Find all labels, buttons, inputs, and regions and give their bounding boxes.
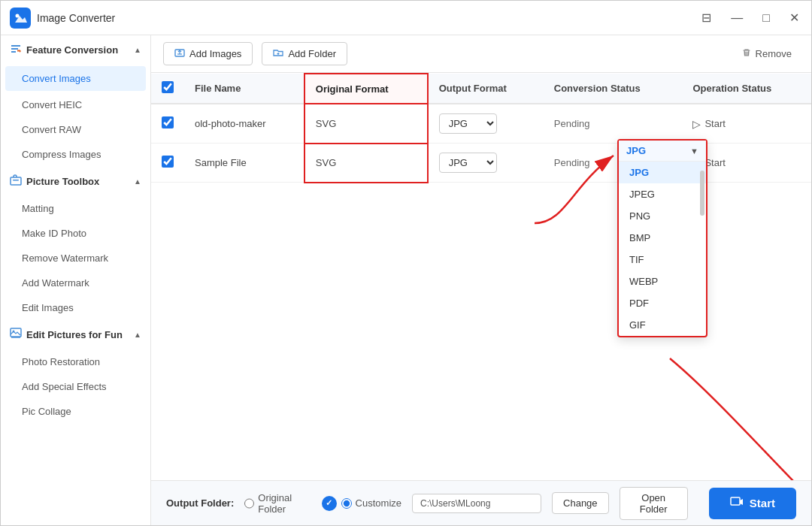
svg-rect-8 xyxy=(731,497,740,505)
dropdown-option-png[interactable]: PNG xyxy=(619,205,706,227)
dropdown-chevron-icon: ▼ xyxy=(690,147,698,156)
bottom-bar: Output Folder: Original Folder ✓ Customi… xyxy=(151,480,811,525)
sidebar-item-convert-heic[interactable]: Convert HEIC xyxy=(1,92,150,117)
original-folder-radio-label[interactable]: Original Folder xyxy=(244,492,311,515)
start-btn-icon xyxy=(730,495,744,512)
row-1-conversion-status: Pending xyxy=(544,104,683,144)
header-operation-status: Operation Status xyxy=(682,74,811,104)
row-2-original-format: SVG xyxy=(304,144,428,183)
header-file-name: File Name xyxy=(184,74,304,104)
sidebar-item-convert-images[interactable]: Convert Images xyxy=(5,66,146,91)
sidebar-item-add-special-effects[interactable]: Add Special Effects xyxy=(1,374,150,399)
row-1-original-format: SVG xyxy=(304,104,428,144)
dropdown-scrollbar xyxy=(700,171,704,216)
header-checkbox-cell xyxy=(151,74,184,104)
svg-rect-3 xyxy=(13,180,19,181)
start-label: Start xyxy=(704,118,725,129)
output-path-input[interactable] xyxy=(412,494,541,513)
dropdown-option-jpeg[interactable]: JPEG xyxy=(619,183,706,205)
dropdown-option-webp[interactable]: WEBP xyxy=(619,271,706,292)
sidebar-section-edit-pictures[interactable]: Edit Pictures for Fun ▲ xyxy=(1,320,150,349)
sidebar-section-picture-toolbox[interactable]: Picture Toolbox ▲ xyxy=(1,167,150,196)
sidebar-item-remove-watermark[interactable]: Remove Watermark xyxy=(1,246,150,271)
table-container: File Name Original Format Output Format … xyxy=(151,73,811,480)
svg-point-5 xyxy=(13,331,15,333)
title-bar: Image Converter ⊟ — □ ✕ xyxy=(1,1,811,35)
table-row: Sample File SVG JPG JPEG PNG BMP TIF WEB… xyxy=(151,144,811,183)
sidebar-item-edit-images[interactable]: Edit Images xyxy=(1,295,150,320)
start-button[interactable]: Start xyxy=(709,488,796,519)
sidebar-item-make-id-photo[interactable]: Make ID Photo xyxy=(1,221,150,246)
app-logo xyxy=(10,8,31,29)
original-folder-radio[interactable] xyxy=(244,498,254,509)
sidebar-item-photo-restoration[interactable]: Photo Restoration xyxy=(1,349,150,374)
table-row: old-photo-maker SVG JPG JPEG PNG BMP TIF… xyxy=(151,104,811,144)
add-images-button[interactable]: Add Images xyxy=(163,42,253,65)
row-1-operation-status: ▷ Start xyxy=(682,104,811,144)
dropdown-option-bmp[interactable]: BMP xyxy=(619,227,706,249)
sidebar-item-convert-raw[interactable]: Convert RAW xyxy=(1,117,150,142)
header-original-format: Original Format xyxy=(304,74,428,104)
app-title: Image Converter xyxy=(37,12,698,24)
close-btn[interactable]: ✕ xyxy=(786,9,802,26)
customize-label: Customize xyxy=(356,497,401,509)
format-dropdown-panel: JPG ▼ JPG JPEG PNG BMP TIF WEBP PDF GIF xyxy=(617,139,707,337)
content-area: Add Images Add Folder Remove xyxy=(151,35,811,525)
sidebar-item-add-watermark[interactable]: Add Watermark xyxy=(1,271,150,295)
add-folder-label: Add Folder xyxy=(288,48,336,59)
add-images-label: Add Images xyxy=(189,48,241,59)
add-folder-button[interactable]: Add Folder xyxy=(262,42,347,65)
chevron-up-icon-fun: ▲ xyxy=(134,331,141,339)
row-1-file-name: old-photo-maker xyxy=(184,104,304,144)
feature-icon xyxy=(10,43,22,57)
sidebar-item-compress-images[interactable]: Compress Images xyxy=(1,142,150,167)
header-conversion-status: Conversion Status xyxy=(544,74,683,104)
open-folder-button[interactable]: Open Folder xyxy=(620,487,688,520)
sidebar-section-feature-conversion[interactable]: Feature Conversion ▲ xyxy=(1,35,150,65)
add-images-icon xyxy=(174,47,185,60)
row-1-checkbox[interactable] xyxy=(162,116,174,128)
original-folder-label: Original Folder xyxy=(258,492,311,515)
svg-point-1 xyxy=(16,14,20,17)
files-table: File Name Original Format Output Format … xyxy=(151,73,811,183)
chevron-up-icon-toolbox: ▲ xyxy=(134,177,141,186)
remove-button[interactable]: Remove xyxy=(734,43,799,65)
dropdown-option-jpg[interactable]: JPG xyxy=(619,162,706,183)
maximize-btn[interactable]: □ xyxy=(759,10,773,26)
output-folder-label: Output Folder: xyxy=(166,497,234,509)
customize-radio-label[interactable]: Customize xyxy=(341,497,401,509)
app-window: Image Converter ⊟ — □ ✕ Feature Conversi… xyxy=(0,0,812,526)
sidebar-section-feature-label: Feature Conversion xyxy=(26,44,118,56)
sidebar-section-toolbox-label: Picture Toolbox xyxy=(26,176,99,187)
dropdown-option-pdf[interactable]: PDF xyxy=(619,292,706,314)
chevron-up-icon: ▲ xyxy=(134,46,141,54)
row-2-output-format: JPG JPEG PNG BMP TIF WEBP PDF GIF xyxy=(428,144,544,183)
svg-rect-2 xyxy=(11,177,21,185)
select-all-checkbox[interactable] xyxy=(162,81,174,93)
row-2-start-btn[interactable]: ▷ Start xyxy=(692,157,801,169)
dropdown-option-gif[interactable]: GIF xyxy=(619,314,706,336)
change-button[interactable]: Change xyxy=(552,492,609,514)
customize-section: ✓ Customize xyxy=(322,496,401,511)
row-1-format-select[interactable]: JPG JPEG PNG BMP TIF WEBP PDF GIF xyxy=(439,113,497,134)
remove-label: Remove xyxy=(756,48,792,59)
dropdown-header[interactable]: JPG ▼ xyxy=(619,141,706,162)
sidebar-item-pic-collage[interactable]: Pic Collage xyxy=(1,399,150,424)
row-2-checkbox[interactable] xyxy=(162,156,174,168)
toolbar: Add Images Add Folder Remove xyxy=(151,35,811,73)
minimize-btn[interactable]: — xyxy=(728,10,746,26)
row-1-start-btn[interactable]: ▷ Start xyxy=(692,118,801,130)
fun-icon xyxy=(10,328,22,342)
sidebar-section-fun-label: Edit Pictures for Fun xyxy=(26,329,123,340)
row-1-output-format: JPG JPEG PNG BMP TIF WEBP PDF GIF xyxy=(428,104,544,144)
fullscreen-btn[interactable]: ⊟ xyxy=(698,9,714,26)
header-output-format: Output Format xyxy=(428,74,544,104)
row-2-format-select[interactable]: JPG JPEG PNG BMP TIF WEBP PDF GIF xyxy=(439,153,497,173)
window-controls: ⊟ — □ ✕ xyxy=(698,9,802,26)
customize-radio[interactable] xyxy=(341,498,352,509)
sidebar-item-matting[interactable]: Matting xyxy=(1,196,150,221)
play-icon: ▷ xyxy=(692,118,701,130)
toolbox-icon xyxy=(10,174,22,189)
row-2-file-name: Sample File xyxy=(184,144,304,183)
dropdown-option-tif[interactable]: TIF xyxy=(619,249,706,271)
